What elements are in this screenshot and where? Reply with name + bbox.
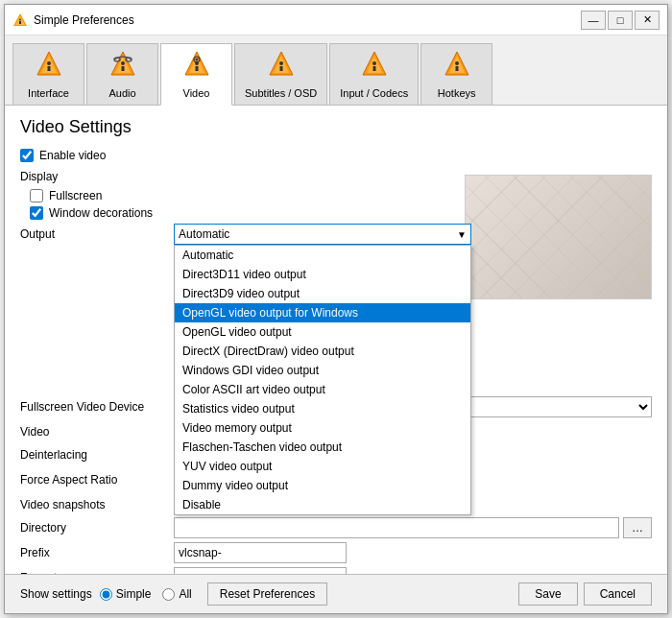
- settings-radio-group: Simple All: [100, 587, 192, 601]
- directory-browse-button[interactable]: …: [623, 517, 652, 538]
- directory-input[interactable]: [174, 517, 619, 538]
- prefix-input[interactable]: [174, 542, 347, 563]
- tab-hotkeys[interactable]: Hotkeys: [420, 43, 492, 105]
- svg-point-27: [372, 61, 376, 65]
- dropdown-item-0[interactable]: Automatic: [175, 246, 470, 265]
- output-dropdown-container: Automatic ▼ Automatic Direct3D11 video o…: [174, 224, 471, 245]
- all-radio[interactable]: [162, 588, 175, 601]
- minimize-button[interactable]: —: [581, 11, 606, 30]
- svg-point-19: [195, 59, 198, 61]
- force-aspect-label: Force Aspect Ratio: [20, 473, 174, 487]
- title-bar-text: Simple Preferences: [34, 13, 581, 27]
- window-decorations-checkbox[interactable]: [30, 206, 43, 220]
- dropdown-item-5[interactable]: DirectX (DirectDraw) video output: [175, 342, 470, 361]
- simple-radio-label[interactable]: Simple: [100, 587, 152, 601]
- audio-icon: [108, 50, 138, 85]
- maximize-button[interactable]: □: [608, 11, 633, 30]
- tab-audio-label: Audio: [108, 87, 135, 99]
- dropdown-item-3[interactable]: OpenGL video output for Windows: [175, 303, 470, 322]
- video-icon: [181, 50, 212, 85]
- all-radio-label[interactable]: All: [162, 587, 191, 601]
- dropdown-item-4[interactable]: OpenGL video output: [175, 322, 470, 342]
- output-row: Output Automatic ▼ Automatic Direct3D11 …: [20, 224, 652, 245]
- dropdown-item-13[interactable]: Disable: [175, 495, 470, 514]
- hotkeys-icon: [442, 50, 472, 85]
- title-bar: Simple Preferences — □ ✕: [5, 5, 667, 36]
- save-button[interactable]: Save: [518, 582, 577, 606]
- svg-rect-2: [19, 21, 21, 24]
- directory-label: Directory: [20, 521, 174, 535]
- dropdown-item-2[interactable]: Direct3D9 video output: [175, 284, 470, 303]
- dropdown-item-10[interactable]: Flaschen-Taschen video output: [175, 438, 470, 457]
- close-button[interactable]: ✕: [635, 11, 660, 30]
- tab-audio[interactable]: Audio: [86, 43, 158, 105]
- fullscreen-checkbox[interactable]: [30, 189, 43, 202]
- dropdown-item-8[interactable]: Statistics video output: [175, 399, 470, 418]
- all-label: All: [179, 587, 191, 601]
- tab-interface[interactable]: Interface: [12, 43, 84, 105]
- title-bar-controls: — □ ✕: [581, 11, 660, 30]
- app-icon: [12, 12, 28, 28]
- svg-point-3: [19, 18, 21, 20]
- svg-rect-10: [121, 66, 124, 71]
- enable-video-checkbox[interactable]: [20, 149, 34, 162]
- tab-interface-label: Interface: [28, 87, 69, 99]
- dropdown-item-7[interactable]: Color ASCII art video output: [175, 380, 470, 399]
- dropdown-item-6[interactable]: Windows GDI video output: [175, 361, 470, 380]
- output-dropdown-list: Automatic Direct3D11 video output Direct…: [174, 245, 471, 515]
- input-icon: [359, 50, 390, 85]
- tab-hotkeys-label: Hotkeys: [438, 87, 476, 99]
- deinterlacing-label: Deinterlacing: [20, 448, 174, 462]
- svg-point-7: [47, 61, 51, 65]
- tab-bar: Interface Audio: [5, 36, 667, 106]
- svg-point-23: [279, 61, 283, 65]
- show-settings-label: Show settings: [20, 587, 92, 601]
- dropdown-item-9[interactable]: Video memory output: [175, 418, 470, 438]
- interface-icon: [34, 50, 64, 85]
- main-window: Simple Preferences — □ ✕ Interface: [4, 4, 668, 614]
- tab-subtitles-label: Subtitles / OSD: [245, 87, 317, 99]
- cancel-button[interactable]: Cancel: [584, 582, 652, 606]
- dropdown-item-11[interactable]: YUV video output: [175, 457, 470, 476]
- simple-label: Simple: [116, 587, 152, 601]
- tab-subtitles[interactable]: Subtitles / OSD: [234, 43, 327, 105]
- svg-rect-16: [195, 66, 198, 71]
- prefix-label: Prefix: [20, 546, 174, 559]
- fullscreen-label: Fullscreen: [49, 189, 102, 202]
- fullscreen-device-label: Fullscreen Video Device: [20, 400, 174, 414]
- tab-input[interactable]: Input / Codecs: [329, 43, 419, 105]
- subtitles-icon: [266, 50, 297, 85]
- tab-video-label: Video: [183, 87, 210, 99]
- svg-point-31: [455, 61, 459, 65]
- tab-input-label: Input / Codecs: [340, 87, 408, 99]
- directory-row: Directory …: [20, 517, 652, 538]
- svg-point-11: [121, 61, 125, 65]
- reset-preferences-button[interactable]: Reset Preferences: [207, 582, 327, 606]
- output-select[interactable]: Automatic ▼: [174, 224, 471, 245]
- format-select[interactable]: png jpg tiff: [174, 567, 347, 574]
- bottom-bar: Show settings Simple All Reset Preferenc…: [5, 574, 667, 613]
- content-area: Video Settings Enable video Display Full…: [5, 106, 667, 574]
- prefix-row: Prefix: [20, 542, 652, 563]
- dropdown-item-1[interactable]: Direct3D11 video output: [175, 265, 470, 284]
- svg-rect-30: [455, 66, 458, 71]
- dropdown-item-12[interactable]: Dummy video output: [175, 476, 470, 495]
- prefix-control: [174, 542, 652, 563]
- svg-rect-6: [47, 66, 50, 71]
- enable-video-label: Enable video: [39, 149, 106, 162]
- page-title: Video Settings: [20, 117, 652, 137]
- dropdown-arrow-icon: ▼: [457, 229, 467, 240]
- svg-rect-22: [279, 66, 282, 71]
- simple-radio[interactable]: [100, 588, 112, 601]
- directory-control: …: [174, 517, 652, 538]
- enable-video-row: Enable video: [20, 149, 652, 162]
- format-row: Format png jpg tiff: [20, 567, 652, 574]
- svg-rect-26: [372, 66, 375, 71]
- window-decorations-label: Window decorations: [49, 206, 153, 220]
- output-label: Output: [20, 227, 174, 241]
- format-label: Format: [20, 571, 174, 574]
- format-control: png jpg tiff: [174, 567, 652, 574]
- tab-video[interactable]: Video: [160, 43, 232, 106]
- output-selected-value: Automatic: [179, 227, 457, 241]
